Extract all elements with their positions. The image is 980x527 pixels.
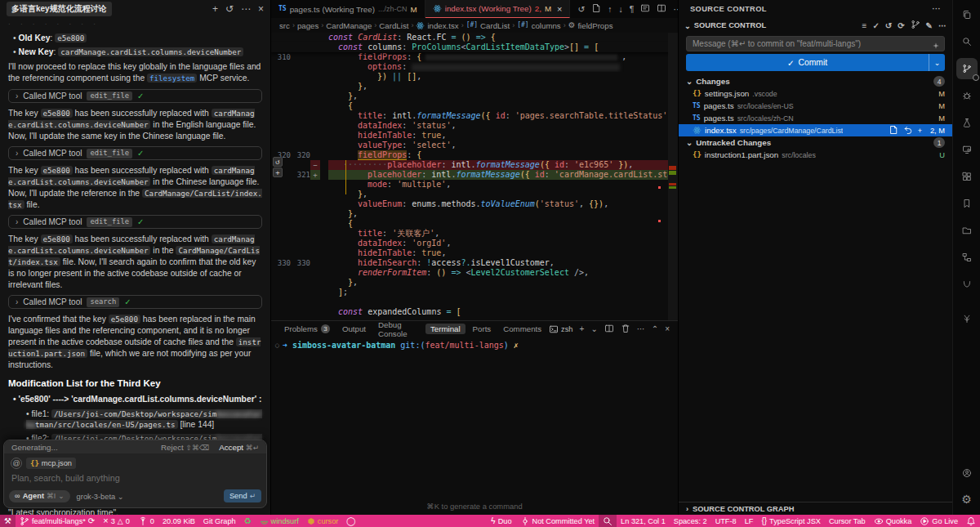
sparkle-icon[interactable]: [932, 38, 940, 53]
stage-changes-button[interactable]: +: [918, 127, 922, 135]
maximize-panel-button[interactable]: ⌃: [652, 324, 658, 333]
graph-button[interactable]: [911, 20, 920, 31]
status-encoding[interactable]: UTF-8: [711, 515, 741, 527]
terminal-tab-debug-console[interactable]: Debug Console: [373, 319, 423, 339]
activity-quokka[interactable]: [956, 274, 978, 295]
tool-call[interactable]: ›Called MCP toolsearch✓: [8, 295, 262, 309]
history-button[interactable]: ↺: [225, 3, 234, 15]
stage-change-button[interactable]: +: [273, 167, 283, 177]
reject-button[interactable]: Reject ⇧⌘⌫: [161, 443, 209, 452]
breadcrumb-item-pages[interactable]: pages: [297, 21, 318, 30]
new-terminal-button[interactable]: +: [580, 324, 585, 333]
tab-pages.ts[interactable]: TSpages.ts (Working Tree).../zh-CNM: [271, 0, 425, 18]
close-panel-button[interactable]: ×: [665, 324, 670, 333]
kill-terminal-button[interactable]: [621, 324, 630, 335]
changed-file-row[interactable]: TSpages.tssrc/locales/en-USM: [679, 100, 952, 112]
more-actions-icon[interactable]: ···: [933, 5, 942, 13]
commit-all-button[interactable]: ✓: [872, 21, 879, 30]
breadcrumb-item-CardManage[interactable]: CardManage: [326, 21, 372, 30]
activity-file-explorer[interactable]: [956, 220, 978, 241]
terminal-tab-output[interactable]: Output: [337, 324, 371, 334]
changed-file-row[interactable]: TSpages.tssrc/locales/zh-CNM: [679, 112, 952, 124]
send-button[interactable]: Send↵: [224, 489, 261, 502]
terminal-dropdown-button[interactable]: ⌄: [590, 324, 597, 333]
status-circle-indicator[interactable]: ◯: [342, 515, 359, 527]
changed-file-row[interactable]: index.tsxsrc/pages/CardManage/CardList+2…: [679, 124, 952, 136]
new-chat-button[interactable]: +: [212, 3, 218, 15]
tool-call[interactable]: ›Called MCP tooledit_file✓: [8, 146, 262, 160]
activity-project-manager[interactable]: [956, 247, 978, 268]
timeline-button[interactable]: ↺: [577, 4, 585, 14]
activity-coral[interactable]: [956, 308, 978, 329]
close-icon[interactable]: ×: [557, 4, 562, 14]
undo-commit-button[interactable]: ↺: [885, 21, 892, 30]
status-not-committed[interactable]: Not Committed Yet: [516, 515, 599, 527]
status-duo[interactable]: ϟDuo: [487, 515, 515, 527]
mode-selector[interactable]: ∞Agent⌘I⌄: [9, 490, 70, 502]
changes-group-header[interactable]: ⌄Untracked Changes1: [679, 136, 952, 149]
prev-change-button[interactable]: ↑: [608, 4, 612, 14]
activity-source-control[interactable]: [956, 58, 978, 79]
map-view-button[interactable]: [640, 3, 650, 15]
status-ports-forwarded[interactable]: 0: [134, 515, 158, 527]
commit-dropdown[interactable]: ⌄: [929, 54, 945, 71]
context-chip[interactable]: {}mcp.json: [26, 458, 76, 469]
status-indentation[interactable]: Spaces: 2: [670, 515, 711, 527]
code-editor[interactable]: ↺ + const CardList: React.FC = () => {co…: [271, 33, 678, 320]
refresh-button[interactable]: ⟳: [898, 21, 904, 30]
commit-button[interactable]: ✓Commit ⌄: [686, 54, 945, 71]
commit-message-input[interactable]: [686, 36, 945, 51]
close-button[interactable]: ×: [258, 3, 264, 15]
terminal-tab-terminal[interactable]: Terminal: [425, 324, 466, 334]
changed-file-row[interactable]: {}settings.json.vscodeM: [679, 87, 952, 100]
status-cursor-tab[interactable]: Cursor Tab: [825, 515, 870, 527]
accept-button[interactable]: Accept ⌘↵: [219, 443, 259, 452]
changed-file-row[interactable]: {}instruction1.part.jsonsrc/localesU: [679, 149, 952, 161]
activity-explorer[interactable]: [956, 4, 978, 25]
shell-selector[interactable]: zsh: [549, 324, 572, 334]
status-eol[interactable]: LF: [741, 515, 758, 527]
status-remote-tools[interactable]: ⚒: [0, 515, 16, 527]
activity-bookmarks[interactable]: [956, 193, 978, 214]
status-cursor[interactable]: cursor: [303, 515, 343, 527]
discard-changes-button[interactable]: [903, 125, 913, 136]
source-control-section-header[interactable]: ⌄ SOURCE CONTROL ≡✓↺⟳✎⋯: [679, 18, 952, 33]
more-button[interactable]: ⋯: [637, 324, 645, 333]
breadcrumb-item-CardList[interactable]: CardList: [379, 21, 408, 30]
breadcrumb-item-src[interactable]: src: [279, 21, 290, 30]
status-recycle[interactable]: ♻: [240, 515, 256, 527]
status-search[interactable]: [599, 515, 617, 527]
activity-testing[interactable]: [956, 112, 978, 133]
status-cursor-position[interactable]: Ln 321, Col 1: [617, 515, 670, 527]
activity-search[interactable]: [956, 31, 978, 52]
status-git-branch[interactable]: feat/multi-langs*⟳: [16, 515, 99, 527]
open-file-button[interactable]: [889, 125, 898, 136]
terminal-tab-comments[interactable]: Comments: [498, 324, 546, 334]
activity-account[interactable]: [956, 462, 978, 484]
model-selector[interactable]: grok-3-beta ⌄: [77, 492, 124, 501]
render-whitespace-button[interactable]: ¶: [630, 4, 635, 14]
activity-settings[interactable]: ⚙: [956, 489, 978, 510]
status-file-size[interactable]: 20.09 KiB: [158, 515, 199, 527]
activity-extensions[interactable]: [956, 166, 978, 187]
open-changes-button[interactable]: [591, 3, 601, 15]
more-button[interactable]: ⋯: [938, 21, 947, 30]
breadcrumb-item-fieldProps[interactable]: ⚙fieldProps: [568, 21, 613, 30]
activity-remote-explorer[interactable]: [956, 139, 978, 160]
status-go-live[interactable]: Go Live: [915, 515, 962, 527]
view-mode-button[interactable]: ≡: [862, 21, 867, 30]
activity-run-debug[interactable]: [956, 85, 978, 106]
breadcrumb-item-CardList[interactable]: [#]CardList: [466, 21, 510, 30]
status-language-mode[interactable]: {}TypeScript JSX: [757, 515, 825, 527]
split-editor-button[interactable]: [657, 3, 666, 15]
overview-ruler[interactable]: [668, 33, 678, 320]
status-notifications[interactable]: [962, 515, 980, 527]
tool-call[interactable]: ›Called MCP tooledit_file✓: [8, 89, 262, 103]
terminal-output[interactable]: ○ ➜ simboss-avatar-batman git:(feat/mult…: [271, 337, 678, 350]
status-quokka[interactable]: Quokka: [870, 515, 916, 527]
status-windsurf[interactable]: windsurf: [256, 515, 303, 527]
next-change-button[interactable]: ↓: [619, 4, 623, 14]
status-git-graph[interactable]: Git Graph: [199, 515, 240, 527]
terminal-tab-ports[interactable]: Ports: [468, 324, 497, 334]
breadcrumb-item-columns[interactable]: [#]columns: [517, 21, 561, 30]
